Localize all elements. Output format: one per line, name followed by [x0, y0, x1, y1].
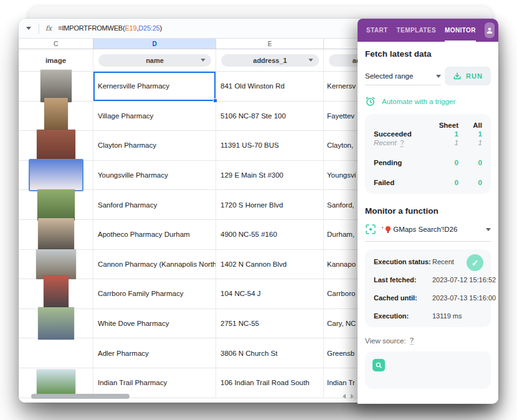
filter-chip-name[interactable]: name [98, 54, 211, 67]
range-select[interactable]: Selected range [365, 72, 441, 85]
name-cell[interactable]: Cannon Pharmacy (Kannapolis North) [93, 250, 216, 279]
image-cell[interactable] [19, 220, 93, 249]
formula-input[interactable]: =IMPORTFROMWEB(E19,D25:25) [58, 24, 162, 32]
scroll-left-icon[interactable] [343, 394, 346, 399]
pharmacy-photo[interactable] [37, 130, 75, 161]
chevron-down-icon [308, 59, 313, 62]
address-cell[interactable]: 841 Old Winston Rd [216, 72, 324, 101]
city-text: Cary, NC [327, 320, 356, 327]
address-text: 129 E Main St #300 [221, 171, 283, 179]
name-cell[interactable]: Village Pharmacy [93, 102, 216, 131]
stat-sheet-value: 1 [431, 130, 458, 138]
address-cell[interactable]: 104 NC-54 J [216, 279, 324, 308]
city-text: Youngsvi [327, 171, 356, 179]
address-cell[interactable]: 5106 NC-87 Ste 100 [216, 102, 324, 131]
name-cell[interactable]: Sanford Pharmacy [93, 190, 216, 219]
filter-cell[interactable]: name [93, 49, 216, 71]
filter-cell[interactable]: address_1 [216, 49, 324, 71]
name-text: White Dove Pharmacy [98, 320, 169, 327]
address-text: 841 Old Winston Rd [221, 82, 285, 90]
city-text: Greensb [327, 350, 354, 357]
name-cell[interactable]: Indian Trail Pharmacy [93, 368, 216, 398]
name-cell[interactable]: Carrboro Family Pharmacy [93, 279, 216, 308]
map-pin-icon [386, 226, 391, 233]
pharmacy-photo[interactable] [38, 307, 74, 340]
address-cell[interactable]: 3806 N Church St [216, 338, 324, 368]
execution-label: Execution: [374, 312, 427, 320]
address-cell[interactable]: 106 Indian Trail Road South [216, 368, 324, 398]
image-cell[interactable] [19, 368, 93, 398]
address-cell[interactable]: 4900 NC-55 #160 [216, 220, 324, 249]
address-text: 106 Indian Trail Road South [221, 379, 310, 386]
tab-monitor[interactable]: MONITOR [445, 19, 476, 42]
address-cell[interactable]: 2751 NC-55 [216, 309, 324, 338]
address-cell[interactable]: 129 E Main St #300 [216, 161, 324, 190]
pharmacy-photo[interactable] [30, 160, 82, 190]
view-source-help[interactable]: ? [410, 336, 414, 345]
selection-fill-handle[interactable] [213, 98, 217, 103]
image-cell[interactable] [19, 131, 93, 160]
pharmacy-photo[interactable] [37, 370, 75, 396]
image-cell[interactable] [19, 102, 93, 131]
city-text: Carrboro [327, 290, 355, 297]
name-cell[interactable]: White Dove Pharmacy [93, 309, 216, 338]
filter-cell-image[interactable]: image [19, 49, 93, 71]
avatar[interactable] [485, 22, 495, 38]
horizontal-scrollbar[interactable] [31, 394, 130, 399]
function-selector[interactable]: ' GMaps Search'!D26 [365, 224, 491, 242]
name-cell[interactable]: Kernersville Pharmacy [93, 72, 216, 101]
name-text: Apotheco Pharmacy Durham [98, 231, 190, 238]
help-icon[interactable]: ? [400, 139, 404, 147]
automate-trigger-link[interactable]: Automate with a trigger [365, 96, 491, 107]
stat-sheet-value: 1 [431, 139, 458, 146]
name-cell[interactable]: Apotheco Pharmacy Durham [93, 220, 216, 249]
execution-value: 2023-07-12 15:16:52 [432, 276, 496, 284]
run-button[interactable]: RUN [445, 67, 491, 85]
column-header-D[interactable]: D [93, 39, 216, 49]
screen: fx =IMPORTFROMWEB(E19,D25:25) CDE imagen… [0, 0, 517, 420]
name-text: Cannon Pharmacy (Kannapolis North) [98, 260, 216, 268]
source-preview-card[interactable] [365, 351, 491, 389]
chevron-down-icon[interactable] [26, 27, 31, 30]
address-cell[interactable]: 1720 S Horner Blvd [216, 190, 324, 219]
image-cell[interactable] [19, 72, 93, 101]
tab-templates[interactable]: TEMPLATES [397, 19, 436, 42]
image-cell[interactable] [19, 309, 93, 338]
image-cell[interactable] [19, 279, 93, 308]
stats-table: SheetAllSucceeded11Recent?11Pending00Fai… [374, 122, 482, 186]
tab-start[interactable]: START [366, 19, 388, 42]
address-cell[interactable]: 11391 US-70 BUS [216, 131, 324, 160]
addon-header: STARTTEMPLATESMONITOR [358, 19, 498, 42]
image-cell[interactable] [19, 190, 93, 219]
chevron-down-icon [436, 75, 441, 78]
city-text: Clayton, [327, 141, 353, 149]
address-cell[interactable]: 1402 N Cannon Blvd [216, 250, 324, 279]
filter-chip-address_1[interactable]: address_1 [221, 54, 319, 67]
name-cell[interactable]: Youngsville Pharmacy [93, 161, 216, 190]
formula-token: D25:25 [138, 24, 159, 32]
pharmacy-photo[interactable] [44, 98, 68, 134]
column-header-C[interactable]: C [19, 39, 93, 49]
address-text: 1720 S Horner Blvd [221, 201, 283, 209]
address-text: 4900 NC-55 #160 [221, 231, 277, 238]
source-document-icon [372, 359, 385, 371]
address-text: 5106 NC-87 Ste 100 [221, 112, 286, 120]
pharmacy-photo[interactable] [37, 189, 75, 221]
image-cell[interactable] [19, 250, 93, 279]
image-cell[interactable] [19, 338, 93, 368]
column-header-E[interactable]: E [216, 39, 324, 49]
stat-label-succeeded: Succeeded [374, 130, 431, 138]
image-cell[interactable] [19, 161, 93, 190]
formula-token: ) [160, 24, 162, 32]
scroll-right-icon[interactable] [351, 394, 354, 399]
scroll-arrows[interactable] [343, 394, 354, 399]
fetch-controls: Selected range RUN [365, 67, 491, 85]
city-text: Kernersv [327, 82, 356, 90]
pharmacy-photo[interactable] [38, 218, 74, 251]
name-cell[interactable]: Clayton Pharmacy [93, 131, 216, 160]
pharmacy-photo[interactable] [44, 275, 69, 312]
pharmacy-photo[interactable] [36, 249, 76, 279]
name-text: Adler Pharmacy [98, 350, 149, 357]
name-cell[interactable]: Adler Pharmacy [93, 338, 216, 368]
stat-sheet-value: 0 [431, 179, 458, 186]
